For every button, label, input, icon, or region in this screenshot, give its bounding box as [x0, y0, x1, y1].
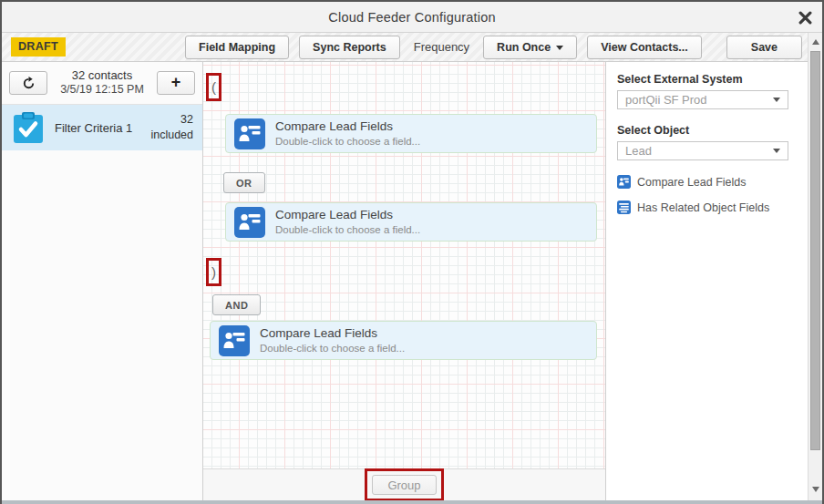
contacts-timestamp: 3/5/19 12:15 PM	[47, 83, 157, 98]
card-subtitle: Double-click to choose a field...	[275, 135, 420, 148]
external-system-label: Select External System	[617, 73, 789, 86]
chevron-down-icon	[773, 149, 780, 153]
card-text: Compare Lead Fields Double-click to choo…	[275, 119, 420, 148]
filter-count-number: 32	[180, 113, 193, 126]
toolbar-buttons: Field Mapping Sync Reports Frequency Run…	[185, 36, 802, 59]
canvas-footer: Group	[203, 468, 605, 500]
card-title: Compare Lead Fields	[275, 208, 420, 223]
contact-card-icon	[617, 175, 631, 189]
compare-lead-fields-card-3[interactable]: Compare Lead Fields Double-click to choo…	[210, 321, 597, 360]
canvas-grid[interactable]: (	[203, 62, 605, 468]
toolbar: DRAFT Field Mapping Sync Reports Frequen…	[2, 33, 808, 62]
save-button[interactable]: Save	[726, 36, 802, 59]
add-filter-button[interactable]: +	[157, 71, 195, 95]
palette-item-label: Compare Lead Fields	[637, 176, 747, 189]
scroll-up-arrow-icon[interactable]	[809, 35, 822, 49]
palette-item-compare-lead-fields[interactable]: Compare Lead Fields	[617, 175, 789, 189]
settings-panel: Select External System portQii SF Prod S…	[605, 62, 808, 500]
card-title: Compare Lead Fields	[260, 326, 405, 342]
palette-item-label: Has Related Object Fields	[637, 201, 769, 214]
clipboard-check-icon	[13, 111, 44, 144]
chevron-down-icon	[773, 98, 780, 102]
view-contacts-button[interactable]: View Contacts...	[587, 36, 702, 59]
filter-count-caption: included	[150, 129, 193, 141]
compare-lead-fields-card-1[interactable]: Compare Lead Fields Double-click to choo…	[225, 114, 597, 153]
card-subtitle: Double-click to choose a field...	[275, 223, 420, 236]
field-mapping-button[interactable]: Field Mapping	[185, 36, 289, 59]
sync-reports-button[interactable]: Sync Reports	[299, 36, 400, 59]
frequency-label: Frequency	[410, 40, 473, 54]
and-operator-button[interactable]: AND	[212, 294, 261, 315]
card-title: Compare Lead Fields	[275, 119, 420, 135]
window-bottom-edge	[2, 500, 822, 504]
list-lines-icon	[617, 201, 631, 214]
cloud-feeder-dialog: Cloud Feeder Configuration DRAFT Field M…	[0, 0, 824, 504]
criteria-canvas: (	[203, 62, 605, 500]
contact-card-icon	[219, 325, 250, 356]
group-button[interactable]: Group	[372, 475, 436, 495]
run-once-label: Run Once	[497, 41, 551, 54]
scroll-down-arrow-icon[interactable]	[809, 482, 822, 497]
close-paren-marker[interactable]: )	[206, 258, 221, 286]
close-icon[interactable]	[795, 7, 815, 27]
external-system-select[interactable]: portQii SF Prod	[617, 90, 788, 109]
refresh-button[interactable]	[9, 71, 47, 95]
open-paren-marker[interactable]: (	[206, 73, 221, 101]
card-text: Compare Lead Fields Double-click to choo…	[260, 326, 405, 355]
object-select[interactable]: Lead	[617, 141, 788, 160]
card-subtitle: Double-click to choose a field...	[260, 342, 405, 355]
chevron-down-icon	[556, 46, 563, 50]
filter-label: Filter Criteria 1	[55, 121, 150, 135]
external-system-value: portQii SF Prod	[625, 93, 773, 107]
dialog-title: Cloud Feeder Configuration	[328, 10, 495, 25]
sidebar: 32 contacts 3/5/19 12:15 PM +	[2, 62, 203, 500]
contacts-count: 32 contacts	[47, 68, 157, 83]
contact-card-icon	[234, 118, 265, 149]
contacts-summary: 32 contacts 3/5/19 12:15 PM	[47, 68, 157, 98]
scrollbar-thumb[interactable]	[810, 51, 820, 450]
vertical-scrollbar[interactable]	[808, 33, 822, 500]
group-button-annotation: Group	[365, 468, 443, 501]
compare-lead-fields-card-2[interactable]: Compare Lead Fields Double-click to choo…	[225, 202, 597, 242]
object-label: Select Object	[617, 124, 789, 137]
filter-included-count: 32 included	[150, 112, 193, 143]
run-once-dropdown[interactable]: Run Once	[483, 36, 577, 59]
sidebar-item-filter-criteria-1[interactable]: Filter Criteria 1 32 included	[2, 105, 202, 150]
palette-item-has-related-object-fields[interactable]: Has Related Object Fields	[617, 201, 789, 214]
plus-icon: +	[171, 74, 181, 90]
card-text: Compare Lead Fields Double-click to choo…	[275, 208, 420, 236]
refresh-icon	[22, 77, 36, 90]
sidebar-header: 32 contacts 3/5/19 12:15 PM +	[2, 62, 202, 105]
titlebar: Cloud Feeder Configuration	[2, 2, 822, 33]
object-value: Lead	[625, 144, 773, 158]
or-operator-button[interactable]: OR	[223, 172, 265, 193]
status-badge-draft: DRAFT	[11, 37, 66, 57]
criteria-palette: Compare Lead Fields	[617, 175, 789, 214]
contact-card-icon	[234, 207, 265, 238]
